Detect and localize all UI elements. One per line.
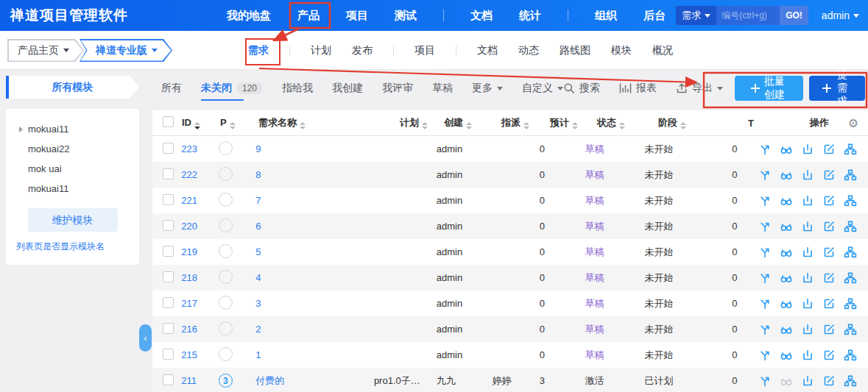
filter-tab[interactable]: 自定义: [522, 77, 563, 99]
module-tree-item[interactable]: mokuai11: [6, 179, 139, 199]
filter-tab[interactable]: 更多: [472, 77, 503, 99]
change-icon[interactable]: [757, 270, 773, 286]
story-id-link[interactable]: 216: [181, 324, 197, 335]
tab[interactable]: 发布: [352, 44, 373, 57]
review-glasses-icon[interactable]: [778, 141, 794, 157]
subdivide-icon[interactable]: [842, 373, 858, 389]
change-icon[interactable]: [757, 193, 773, 209]
close-icon[interactable]: [800, 141, 816, 157]
review-glasses-icon[interactable]: [778, 244, 794, 260]
col-header-name[interactable]: 需求名称: [258, 116, 361, 129]
module-tree-item[interactable]: mokuai11: [6, 119, 139, 139]
col-header-status[interactable]: 状态: [597, 116, 658, 129]
subdivide-icon[interactable]: [842, 193, 858, 209]
subdivide-icon[interactable]: [842, 270, 858, 286]
story-name-link[interactable]: 付费的: [255, 375, 284, 386]
story-name-link[interactable]: 7: [255, 195, 261, 206]
subdivide-icon[interactable]: [842, 296, 858, 312]
filter-tab[interactable]: 所有: [161, 77, 182, 99]
story-name-link[interactable]: 9: [255, 143, 261, 154]
review-glasses-icon[interactable]: [778, 321, 794, 338]
nav-item[interactable]: 文档: [470, 9, 493, 23]
tab[interactable]: 需求: [248, 44, 269, 57]
story-id-link[interactable]: 219: [181, 246, 197, 257]
story-id-link[interactable]: 215: [181, 349, 197, 360]
show-module-name-link[interactable]: 列表页是否显示模块名: [6, 240, 139, 253]
close-icon[interactable]: [800, 244, 816, 260]
row-checkbox[interactable]: [163, 349, 174, 360]
user-menu[interactable]: admin: [822, 10, 859, 21]
gear-icon[interactable]: ⚙: [848, 116, 858, 130]
nav-item[interactable]: 产品: [297, 9, 320, 23]
change-icon[interactable]: [757, 244, 773, 260]
change-icon[interactable]: [757, 321, 773, 338]
story-name-link[interactable]: 5: [255, 246, 261, 257]
edit-icon[interactable]: [821, 270, 837, 286]
col-header-id[interactable]: ID: [182, 117, 220, 129]
col-header-stage[interactable]: 阶段: [658, 116, 728, 129]
story-name-link[interactable]: 1: [255, 349, 261, 360]
story-id-link[interactable]: 223: [181, 143, 197, 154]
filter-tab[interactable]: 我创建: [332, 77, 363, 99]
review-glasses-icon[interactable]: [778, 167, 794, 183]
breadcrumb-home[interactable]: 产品主页: [7, 39, 84, 62]
row-checkbox[interactable]: [163, 323, 174, 334]
go-button[interactable]: GO!: [780, 6, 808, 25]
batch-create-button[interactable]: 批量创建: [735, 76, 803, 101]
close-icon[interactable]: [800, 321, 816, 338]
story-id-link[interactable]: 217: [181, 298, 197, 309]
close-icon[interactable]: [800, 296, 816, 312]
nav-item[interactable]: 测试: [395, 9, 417, 23]
tab[interactable]: 概况: [652, 44, 673, 57]
nav-item[interactable]: 后台: [643, 9, 666, 23]
row-checkbox[interactable]: [163, 220, 174, 231]
col-header-plan[interactable]: 计划: [361, 116, 428, 129]
review-glasses-icon[interactable]: [778, 347, 794, 363]
edit-icon[interactable]: [821, 218, 837, 235]
expand-caret-icon[interactable]: [19, 126, 23, 132]
subdivide-icon[interactable]: [842, 347, 858, 363]
tab[interactable]: 动态: [518, 44, 539, 57]
col-header-assigned[interactable]: 指派: [501, 116, 550, 129]
story-id-link[interactable]: 218: [181, 272, 197, 283]
col-header-estimate[interactable]: 预计: [550, 116, 597, 129]
filter-tab[interactable]: 未关闭 120: [201, 77, 263, 99]
tab[interactable]: 计划: [311, 44, 331, 57]
filter-tab[interactable]: 我评审: [382, 77, 413, 99]
story-name-link[interactable]: 3: [255, 298, 261, 309]
sidebar-collapse-handle[interactable]: ‹: [139, 324, 152, 352]
story-name-link[interactable]: 4: [255, 272, 261, 283]
subdivide-icon[interactable]: [842, 244, 858, 260]
filter-tab[interactable]: 指给我: [282, 77, 313, 99]
close-icon[interactable]: [800, 167, 816, 183]
review-glasses-icon[interactable]: [778, 193, 794, 209]
nav-item[interactable]: 统计: [519, 9, 541, 23]
change-icon[interactable]: [757, 373, 773, 389]
select-all-checkbox[interactable]: [163, 116, 174, 127]
search-type-select[interactable]: 需求: [676, 6, 716, 25]
search-tool[interactable]: 搜索: [563, 82, 600, 95]
tab[interactable]: 项目: [414, 44, 435, 57]
tab[interactable]: 文档: [477, 44, 498, 57]
review-glasses-icon[interactable]: [778, 296, 794, 312]
subdivide-icon[interactable]: [842, 218, 858, 235]
col-header-priority[interactable]: P: [220, 117, 258, 129]
col-header-created[interactable]: 创建: [428, 116, 501, 129]
edit-icon[interactable]: [821, 373, 837, 389]
nav-item[interactable]: 我的地盘: [227, 9, 271, 23]
story-id-link[interactable]: 211: [181, 375, 197, 386]
edit-icon[interactable]: [821, 141, 837, 157]
col-header-t[interactable]: T: [728, 118, 774, 129]
report-tool[interactable]: 报表: [619, 82, 657, 95]
review-glasses-icon[interactable]: [778, 218, 794, 235]
review-glasses-icon[interactable]: [778, 270, 794, 286]
edit-icon[interactable]: [821, 347, 837, 363]
change-icon[interactable]: [757, 218, 773, 235]
story-id-link[interactable]: 221: [181, 195, 197, 206]
edit-icon[interactable]: [821, 167, 837, 183]
close-icon[interactable]: [800, 193, 816, 209]
row-checkbox[interactable]: [163, 297, 174, 308]
row-checkbox[interactable]: [163, 271, 174, 282]
edit-icon[interactable]: [821, 193, 837, 209]
subdivide-icon[interactable]: [842, 141, 858, 157]
